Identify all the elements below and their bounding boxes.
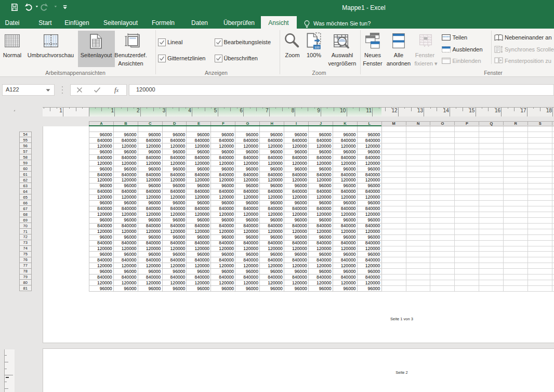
- svg-text:100: 100: [314, 46, 320, 49]
